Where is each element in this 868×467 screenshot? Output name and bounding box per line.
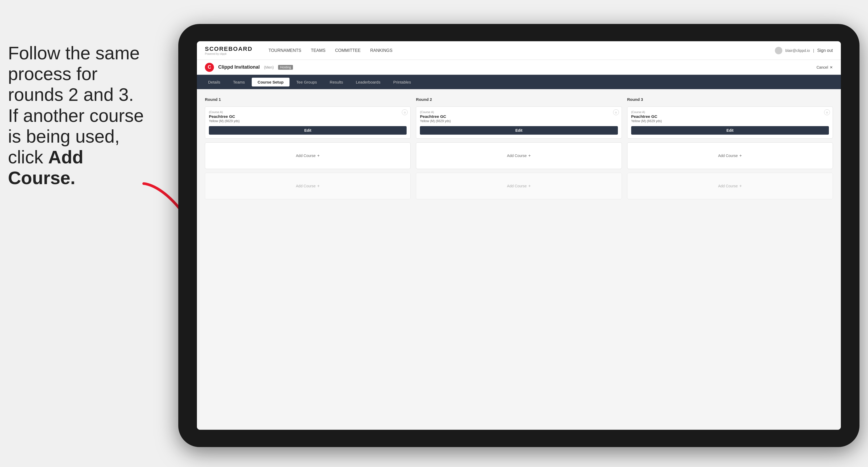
cancel-button[interactable]: Cancel ✕ bbox=[816, 65, 833, 69]
round-2-section: Round 2 ○ (Course A) Peachtree GC Yellow… bbox=[416, 97, 622, 199]
round-3-add-label-1: Add Course + bbox=[718, 153, 742, 158]
men-label: (Men) bbox=[264, 65, 274, 69]
round-2-course-label: (Course A) bbox=[420, 111, 618, 114]
round-3-course-label: (Course A) bbox=[631, 111, 829, 114]
round-2-delete-icon[interactable]: ○ bbox=[613, 110, 619, 115]
sign-out-link[interactable]: Sign out bbox=[817, 47, 833, 54]
round-1-section: Round 1 ○ (Course A) Peachtree GC Yellow… bbox=[205, 97, 411, 199]
round-3-course-card: ○ (Course A) Peachtree GC Yellow (M) (66… bbox=[627, 106, 833, 138]
round-3-course-details: Yellow (M) (6629 yds) bbox=[631, 119, 829, 123]
user-email: blair@clippd.io bbox=[785, 49, 810, 53]
main-content: Round 1 ○ (Course A) Peachtree GC Yellow… bbox=[197, 89, 841, 430]
round-2-title: Round 2 bbox=[416, 97, 622, 102]
round-2-add-course-2: Add Course + bbox=[416, 173, 622, 199]
plus-icon-2: + bbox=[317, 184, 319, 188]
round-1-delete-icon[interactable]: ○ bbox=[402, 110, 408, 115]
plus-icon-3: + bbox=[528, 153, 531, 158]
instruction-text: Follow the same process for rounds 2 and… bbox=[0, 42, 154, 188]
nav-teams[interactable]: TEAMS bbox=[311, 47, 326, 54]
plus-icon-4: + bbox=[528, 184, 531, 188]
round-2-course-card: ○ (Course A) Peachtree GC Yellow (M) (66… bbox=[416, 106, 622, 138]
tablet-device: SCOREBOARD Powered by clippit TOURNAMENT… bbox=[178, 24, 860, 447]
round-2-course-details: Yellow (M) (6629 yds) bbox=[420, 119, 618, 123]
nav-tournaments[interactable]: TOURNAMENTS bbox=[269, 47, 301, 54]
round-1-course-label: (Course A) bbox=[209, 111, 407, 114]
hosting-badge: Hosting bbox=[278, 65, 293, 70]
round-3-add-label-2: Add Course + bbox=[718, 184, 742, 188]
round-3-title: Round 3 bbox=[627, 97, 833, 102]
round-3-section: Round 3 ○ (Course A) Peachtree GC Yellow… bbox=[627, 97, 833, 199]
round-1-add-label-1: Add Course + bbox=[296, 153, 319, 158]
round-3-add-course-1[interactable]: Add Course + bbox=[627, 143, 833, 169]
separator: | bbox=[813, 49, 814, 53]
tab-results[interactable]: Results bbox=[324, 78, 349, 87]
tab-course-setup[interactable]: Course Setup bbox=[252, 78, 289, 87]
round-1-edit-button[interactable]: Edit bbox=[209, 126, 407, 135]
tab-leaderboards[interactable]: Leaderboards bbox=[350, 78, 386, 87]
sub-header: C Clippd Invitational (Men) Hosting Canc… bbox=[197, 60, 841, 75]
tab-printables[interactable]: Printables bbox=[388, 78, 417, 87]
round-2-course-name: Peachtree GC bbox=[420, 114, 618, 119]
round-1-title: Round 1 bbox=[205, 97, 411, 102]
top-nav: SCOREBOARD Powered by clippit TOURNAMENT… bbox=[197, 41, 841, 60]
scoreboard-logo: SCOREBOARD bbox=[205, 45, 252, 53]
round-1-add-course-2: Add Course + bbox=[205, 173, 411, 199]
round-1-course-card: ○ (Course A) Peachtree GC Yellow (M) (66… bbox=[205, 106, 411, 138]
round-3-edit-button[interactable]: Edit bbox=[631, 126, 829, 135]
tab-teams[interactable]: Teams bbox=[227, 78, 251, 87]
round-2-edit-button[interactable]: Edit bbox=[420, 126, 618, 135]
round-2-add-label-1: Add Course + bbox=[507, 153, 531, 158]
tablet-screen: SCOREBOARD Powered by clippit TOURNAMENT… bbox=[197, 41, 841, 430]
round-3-delete-icon[interactable]: ○ bbox=[824, 110, 830, 115]
round-2-add-label-2: Add Course + bbox=[507, 184, 531, 188]
plus-icon-5: + bbox=[740, 153, 742, 158]
logo-area: SCOREBOARD Powered by clippit bbox=[205, 45, 252, 55]
nav-rankings[interactable]: RANKINGS bbox=[370, 47, 393, 54]
tournament-name: Clippd Invitational bbox=[218, 64, 260, 70]
round-1-add-label-2: Add Course + bbox=[296, 184, 319, 188]
avatar bbox=[775, 47, 782, 54]
tab-details[interactable]: Details bbox=[202, 78, 226, 87]
nav-right: blair@clippd.io | Sign out bbox=[775, 47, 833, 54]
nav-committee[interactable]: COMMITTEE bbox=[335, 47, 361, 54]
round-1-course-details: Yellow (M) (6629 yds) bbox=[209, 119, 407, 123]
tab-tee-groups[interactable]: Tee Groups bbox=[290, 78, 323, 87]
round-2-add-course-1[interactable]: Add Course + bbox=[416, 143, 622, 169]
round-1-add-course-1[interactable]: Add Course + bbox=[205, 143, 411, 169]
round-3-course-name: Peachtree GC bbox=[631, 114, 829, 119]
tab-bar: Details Teams Course Setup Tee Groups Re… bbox=[197, 75, 841, 89]
round-3-add-course-2: Add Course + bbox=[627, 173, 833, 199]
close-icon: ✕ bbox=[830, 65, 833, 69]
nav-links: TOURNAMENTS TEAMS COMMITTEE RANKINGS bbox=[269, 47, 764, 54]
logo-sub: Powered by clippit bbox=[205, 53, 252, 55]
round-1-course-name: Peachtree GC bbox=[209, 114, 407, 119]
plus-icon-6: + bbox=[740, 184, 742, 188]
app-logo: C bbox=[205, 63, 214, 72]
plus-icon-1: + bbox=[317, 153, 319, 158]
rounds-grid: Round 1 ○ (Course A) Peachtree GC Yellow… bbox=[205, 97, 833, 199]
